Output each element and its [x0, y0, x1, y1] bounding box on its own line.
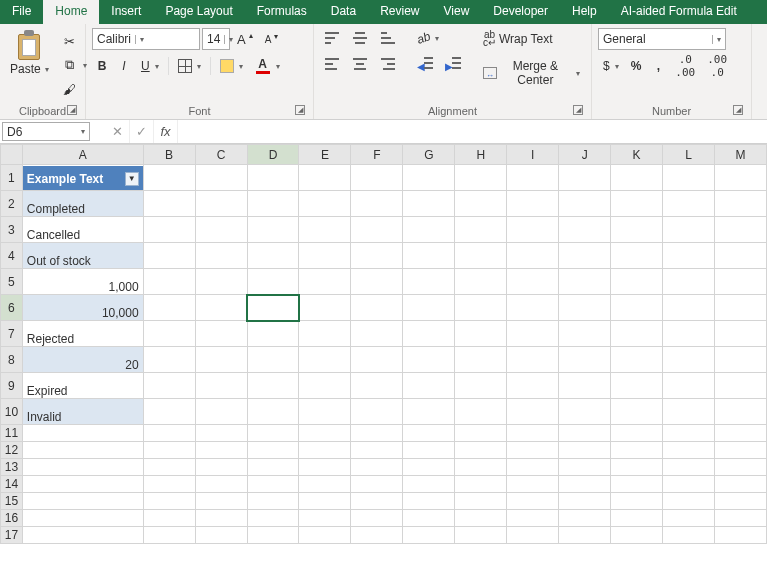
- cell-C8[interactable]: [195, 347, 247, 373]
- cell-J9[interactable]: [559, 373, 611, 399]
- cell-C3[interactable]: [195, 217, 247, 243]
- cell-A3[interactable]: Cancelled: [22, 217, 143, 243]
- cell-D3[interactable]: [247, 217, 299, 243]
- cell-E16[interactable]: [299, 510, 351, 527]
- cell-M14[interactable]: [715, 476, 767, 493]
- cell-K6[interactable]: [611, 295, 663, 321]
- cell-M8[interactable]: [715, 347, 767, 373]
- cell-H1[interactable]: [455, 165, 507, 191]
- merge-center-button[interactable]: ↔ Merge & Center ▾: [478, 56, 585, 90]
- cell-D15[interactable]: [247, 493, 299, 510]
- font-color-button[interactable]: A▾: [250, 56, 285, 76]
- cell-F17[interactable]: [351, 527, 403, 544]
- cell-I8[interactable]: [507, 347, 559, 373]
- cell-F3[interactable]: [351, 217, 403, 243]
- cell-G14[interactable]: [403, 476, 455, 493]
- cell-B4[interactable]: [143, 243, 195, 269]
- align-bottom-button[interactable]: [376, 28, 402, 48]
- cell-I16[interactable]: [507, 510, 559, 527]
- cell-B9[interactable]: [143, 373, 195, 399]
- tab-home[interactable]: Home: [43, 0, 99, 24]
- cell-J5[interactable]: [559, 269, 611, 295]
- column-header-A[interactable]: A: [22, 145, 143, 165]
- cell-C15[interactable]: [195, 493, 247, 510]
- align-left-button[interactable]: [320, 54, 346, 74]
- cell-F12[interactable]: [351, 442, 403, 459]
- cell-G17[interactable]: [403, 527, 455, 544]
- cell-J6[interactable]: [559, 295, 611, 321]
- cell-K9[interactable]: [611, 373, 663, 399]
- tab-view[interactable]: View: [432, 0, 482, 24]
- enter-formula-button[interactable]: ✓: [130, 120, 154, 143]
- align-right-button[interactable]: [376, 54, 402, 74]
- insert-function-button[interactable]: fx: [154, 120, 178, 143]
- cell-K15[interactable]: [611, 493, 663, 510]
- cell-E14[interactable]: [299, 476, 351, 493]
- cell-K16[interactable]: [611, 510, 663, 527]
- cell-D1[interactable]: [247, 165, 299, 191]
- cell-L6[interactable]: [663, 295, 715, 321]
- cell-K3[interactable]: [611, 217, 663, 243]
- cell-E11[interactable]: [299, 425, 351, 442]
- cell-B8[interactable]: [143, 347, 195, 373]
- cell-I17[interactable]: [507, 527, 559, 544]
- cell-C5[interactable]: [195, 269, 247, 295]
- cell-H12[interactable]: [455, 442, 507, 459]
- cell-C12[interactable]: [195, 442, 247, 459]
- column-header-G[interactable]: G: [403, 145, 455, 165]
- cell-D16[interactable]: [247, 510, 299, 527]
- cell-J16[interactable]: [559, 510, 611, 527]
- bold-button[interactable]: B: [92, 56, 112, 76]
- cell-D6[interactable]: [247, 295, 299, 321]
- cell-A16[interactable]: [22, 510, 143, 527]
- cell-F2[interactable]: [351, 191, 403, 217]
- cell-K2[interactable]: [611, 191, 663, 217]
- cell-H7[interactable]: [455, 321, 507, 347]
- cell-A11[interactable]: [22, 425, 143, 442]
- cell-C4[interactable]: [195, 243, 247, 269]
- cell-J11[interactable]: [559, 425, 611, 442]
- orientation-button[interactable]: ab▾: [412, 28, 444, 48]
- increase-font-size-button[interactable]: A▴: [232, 29, 258, 49]
- cell-H3[interactable]: [455, 217, 507, 243]
- dialog-launcher-icon[interactable]: ◢: [573, 105, 583, 115]
- wrap-text-button[interactable]: abc↵ Wrap Text: [478, 28, 585, 50]
- underline-button[interactable]: U▾: [136, 56, 164, 76]
- cell-E8[interactable]: [299, 347, 351, 373]
- cell-A2[interactable]: Completed: [22, 191, 143, 217]
- cell-B10[interactable]: [143, 399, 195, 425]
- cell-D9[interactable]: [247, 373, 299, 399]
- column-header-E[interactable]: E: [299, 145, 351, 165]
- row-header-2[interactable]: 2: [1, 191, 23, 217]
- column-header-F[interactable]: F: [351, 145, 403, 165]
- accounting-format-button[interactable]: $▾: [598, 56, 624, 76]
- cell-M5[interactable]: [715, 269, 767, 295]
- cell-G6[interactable]: [403, 295, 455, 321]
- cell-L4[interactable]: [663, 243, 715, 269]
- column-header-J[interactable]: J: [559, 145, 611, 165]
- cell-G5[interactable]: [403, 269, 455, 295]
- row-header-17[interactable]: 17: [1, 527, 23, 544]
- cell-I9[interactable]: [507, 373, 559, 399]
- align-middle-button[interactable]: [348, 28, 374, 48]
- cell-A15[interactable]: [22, 493, 143, 510]
- cell-M17[interactable]: [715, 527, 767, 544]
- cell-E1[interactable]: [299, 165, 351, 191]
- cell-D5[interactable]: [247, 269, 299, 295]
- cell-D11[interactable]: [247, 425, 299, 442]
- font-name-combo[interactable]: Calibri ▾: [92, 28, 200, 50]
- column-header-D[interactable]: D: [247, 145, 299, 165]
- cell-M6[interactable]: [715, 295, 767, 321]
- cell-A9[interactable]: Expired: [22, 373, 143, 399]
- cell-J15[interactable]: [559, 493, 611, 510]
- cell-H14[interactable]: [455, 476, 507, 493]
- cell-K4[interactable]: [611, 243, 663, 269]
- cell-I5[interactable]: [507, 269, 559, 295]
- cell-J7[interactable]: [559, 321, 611, 347]
- cell-A10[interactable]: Invalid: [22, 399, 143, 425]
- cell-H2[interactable]: [455, 191, 507, 217]
- row-header-16[interactable]: 16: [1, 510, 23, 527]
- cell-K1[interactable]: [611, 165, 663, 191]
- cell-B15[interactable]: [143, 493, 195, 510]
- cell-A14[interactable]: [22, 476, 143, 493]
